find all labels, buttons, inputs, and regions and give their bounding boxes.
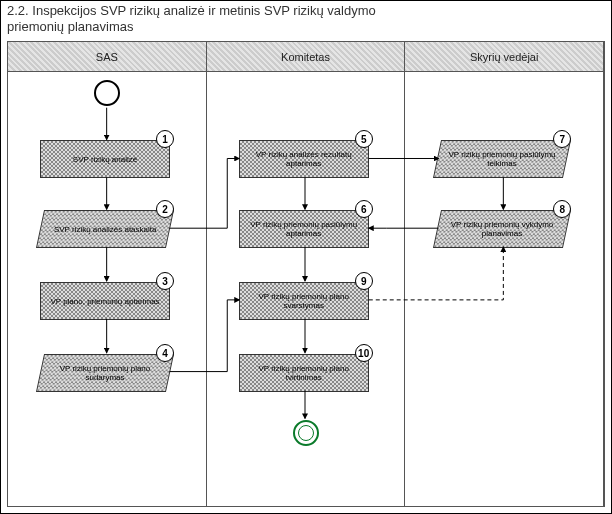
node-9-label: VP rizikų priemonių plano svarstymas [244, 292, 364, 310]
node-9: VP rizikų priemonių plano svarstymas [239, 282, 369, 320]
lane-body-sas: SVP rizikų analizė 1 SVP rizikų analizės… [8, 72, 206, 506]
node-8: VP rizikų priemonių vykdymo planavimas [433, 210, 571, 248]
node-10-label: VP rizikų priemonių plano tvirtinimas [244, 364, 364, 382]
lane-komitetas: Komitetas VP rizikų analizės rezultatų a… [207, 42, 406, 506]
node-2: SVP rizikų analizės ataskaita [36, 210, 174, 248]
lane-header-skyriu: Skyrių vedėjai [405, 42, 603, 72]
node-3-label: VP plano, priemonių aptarimas [50, 297, 159, 306]
badge-4: 4 [156, 344, 174, 362]
node-6-label: VP rizikų priemonių pasiūlymų aptarimas [244, 220, 364, 238]
badge-2: 2 [156, 200, 174, 218]
lane-header-sas: SAS [8, 42, 206, 72]
badge-6: 6 [355, 200, 373, 218]
node-6: VP rizikų priemonių pasiūlymų aptarimas [239, 210, 369, 248]
lane-sas: SAS SVP rizikų analizė 1 SVP rizikų anal… [8, 42, 207, 506]
node-5-label: VP rizikų analizės rezultatų aptarimas [244, 150, 364, 168]
node-7-label: VP rizikų priemonių pasiūlymų teikimas [442, 150, 562, 168]
node-4: VP rizikų priemonių plano sudarymas [36, 354, 174, 392]
lane-body-komitetas: VP rizikų analizės rezultatų aptarimas 5… [207, 72, 405, 506]
node-4-label: VP rizikų priemonių plano sudarymas [45, 364, 165, 382]
badge-5: 5 [355, 130, 373, 148]
diagram-title: 2.2. Inspekcijos SVP rizikų analizė ir m… [7, 3, 427, 35]
badge-10: 10 [355, 344, 373, 362]
badge-9: 9 [355, 272, 373, 290]
end-node-icon [293, 420, 319, 446]
diagram-container: 2.2. Inspekcijos SVP rizikų analizė ir m… [0, 0, 612, 514]
node-5: VP rizikų analizės rezultatų aptarimas [239, 140, 369, 178]
lane-body-skyriu: VP rizikų priemonių pasiūlymų teikimas 7… [405, 72, 603, 506]
badge-1: 1 [156, 130, 174, 148]
node-1: SVP rizikų analizė [40, 140, 170, 178]
node-8-label: VP rizikų priemonių vykdymo planavimas [442, 220, 562, 238]
swimlanes: SAS SVP rizikų analizė 1 SVP rizikų anal… [7, 41, 605, 507]
node-1-label: SVP rizikų analizė [73, 155, 137, 164]
lane-header-komitetas: Komitetas [207, 42, 405, 72]
node-3: VP plano, priemonių aptarimas [40, 282, 170, 320]
node-2-label: SVP rizikų analizės ataskaita [54, 225, 157, 234]
start-node-icon [94, 80, 120, 106]
node-7: VP rizikų priemonių pasiūlymų teikimas [433, 140, 571, 178]
badge-3: 3 [156, 272, 174, 290]
node-10: VP rizikų priemonių plano tvirtinimas [239, 354, 369, 392]
lane-skyriu-vedejai: Skyrių vedėjai VP rizikų priemonių pasiū… [405, 42, 604, 506]
